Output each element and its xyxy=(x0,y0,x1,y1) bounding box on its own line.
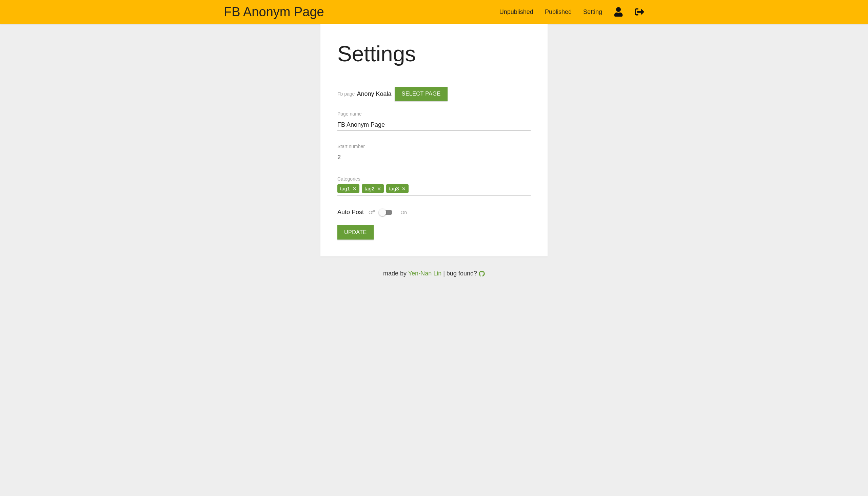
page-name-label: Page name xyxy=(338,111,530,117)
footer: made by Yen-Nan Lin | bug found? xyxy=(0,257,868,284)
tag-label: tag3 xyxy=(389,186,399,191)
tag: tag3 ✕ xyxy=(386,184,408,193)
auto-post-label: Auto Post xyxy=(338,209,364,216)
tag-label: tag1 xyxy=(340,186,350,191)
tag: tag1 ✕ xyxy=(338,184,359,193)
tag-remove-icon[interactable]: ✕ xyxy=(402,186,406,191)
auto-post-on-label: On xyxy=(401,210,407,215)
start-number-input[interactable] xyxy=(338,152,530,163)
fb-page-label: Fb page xyxy=(338,91,355,96)
footer-author-link[interactable]: Yen-Nan Lin xyxy=(408,270,442,277)
auto-post-off-label: Off xyxy=(369,210,375,215)
brand-title[interactable]: FB Anonym Page xyxy=(224,5,324,19)
fb-page-value: Anony Koala xyxy=(357,91,391,97)
nav-published[interactable]: Published xyxy=(545,9,572,16)
page-title: Settings xyxy=(338,41,530,66)
start-number-label: Start number xyxy=(338,144,530,149)
settings-card: Settings Fb page Anony Koala Select Page… xyxy=(320,24,548,257)
start-number-group: Start number xyxy=(338,144,530,163)
nav-unpublished[interactable]: Unpublished xyxy=(499,9,533,16)
page-name-input[interactable] xyxy=(338,119,530,131)
tag: tag2 ✕ xyxy=(362,184,384,193)
github-icon[interactable] xyxy=(479,271,485,277)
nav-setting[interactable]: Setting xyxy=(583,9,602,16)
categories-group: Categories tag1 ✕ tag2 ✕ tag3 ✕ xyxy=(338,176,530,196)
auto-post-toggle[interactable] xyxy=(379,210,392,215)
select-page-button[interactable]: Select Page xyxy=(395,87,447,101)
logout-icon[interactable] xyxy=(635,7,644,17)
footer-prefix: made by xyxy=(383,270,408,277)
tag-label: tag2 xyxy=(364,186,374,191)
footer-suffix: | bug found? xyxy=(442,270,479,277)
app-header: FB Anonym Page Unpublished Published Set… xyxy=(0,0,868,24)
tag-remove-icon[interactable]: ✕ xyxy=(353,186,357,191)
fb-page-row: Fb page Anony Koala Select Page xyxy=(338,87,530,101)
user-icon[interactable] xyxy=(614,7,623,17)
update-button[interactable]: Update xyxy=(338,225,374,239)
categories-label: Categories xyxy=(338,176,530,182)
tag-remove-icon[interactable]: ✕ xyxy=(377,186,381,191)
categories-tags[interactable]: tag1 ✕ tag2 ✕ tag3 ✕ xyxy=(338,184,530,196)
main-nav: Unpublished Published Setting xyxy=(499,7,644,17)
toggle-thumb xyxy=(379,209,386,216)
auto-post-row: Auto Post Off On xyxy=(338,209,530,216)
page-name-group: Page name xyxy=(338,111,530,131)
